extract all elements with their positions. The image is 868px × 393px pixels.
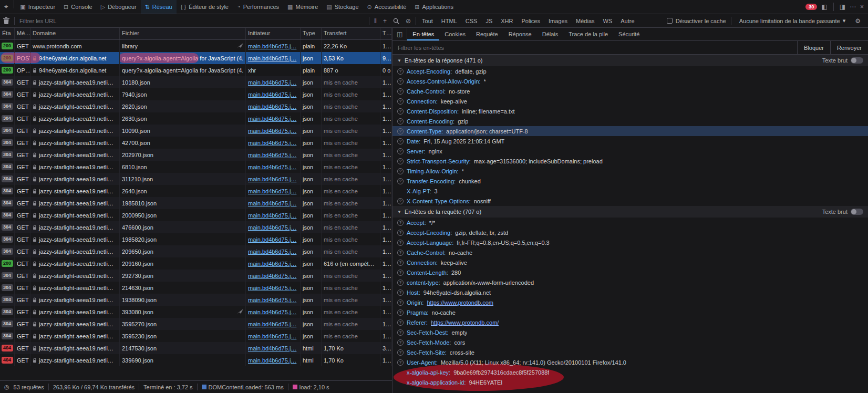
details-tab-2[interactable]: Requête	[471, 28, 503, 40]
header-row[interactable]: ?Sec-Fetch-Sitecross-site	[392, 347, 868, 357]
column-header-7[interactable]: T…	[380, 28, 392, 39]
network-request-row[interactable]: 304GETjazzy-starlight-aeea19.netli…10180…	[0, 76, 392, 88]
network-settings-gear-icon[interactable]: ⚙	[852, 17, 864, 25]
initiator-cell[interactable]: main.bd4b6d75.j…	[246, 161, 301, 173]
header-row[interactable]: ?Access-Control-Allow-Origin*	[392, 76, 868, 86]
help-icon[interactable]: ?	[397, 88, 404, 95]
initiator-cell[interactable]: main.bd4b6d75.j…	[246, 40, 301, 52]
initiator-cell[interactable]: main.bd4b6d75.j…	[246, 270, 301, 282]
initiator-cell[interactable]: main.bd4b6d75.j…	[246, 100, 301, 112]
help-icon[interactable]: ?	[397, 280, 404, 286]
header-row[interactable]: ?Content-Length280	[392, 267, 868, 277]
initiator-cell[interactable]: main.bd4b6d75.j…	[246, 221, 301, 233]
initiator-cell[interactable]: main.bd4b6d75.j…	[246, 294, 301, 306]
disable-cache-checkbox[interactable]	[667, 18, 673, 24]
raw-toggle-switch[interactable]	[851, 57, 863, 64]
pick-element-icon[interactable]: ⌖	[0, 0, 12, 14]
help-icon[interactable]: ?	[397, 349, 404, 356]
initiator-cell[interactable]: main.bd4b6d75.j…	[246, 209, 301, 221]
help-icon[interactable]: ?	[397, 118, 404, 125]
header-row[interactable]: ?X-Content-Type-Optionsnosniff	[392, 196, 868, 206]
performance-analysis-icon[interactable]: ◎	[4, 384, 9, 390]
help-icon[interactable]: ?	[397, 78, 404, 85]
header-row[interactable]: ?Originhttps://www.protondb.com	[392, 297, 868, 307]
help-icon[interactable]: ?	[397, 309, 404, 316]
filter-tab-html[interactable]: HTML	[437, 14, 461, 27]
network-request-row[interactable]: 304GETjazzy-starlight-aeea19.netli…31121…	[0, 173, 392, 185]
meatball-menu-icon[interactable]: ⋯	[850, 3, 856, 11]
header-row[interactable]: ?Pragmano-cache	[392, 307, 868, 317]
header-value[interactable]: https://www.protondb.com	[427, 299, 493, 306]
network-request-row[interactable]: 304GETjazzy-starlight-aeea19.netli…39308…	[0, 306, 392, 318]
header-row[interactable]: ?Timing-Allow-Origin*	[392, 166, 868, 176]
details-tab-1[interactable]: Cookies	[439, 28, 471, 40]
header-row[interactable]: ?Strict-Transport-Securitymax-age=315360…	[392, 156, 868, 166]
help-icon[interactable]: ?	[397, 250, 404, 256]
column-header-6[interactable]: Transfert	[322, 28, 380, 39]
header-row[interactable]: ?Cache-Controlno-store	[392, 86, 868, 96]
request-headers-section[interactable]: ▼ En-têtes de la requête (707 o) Texte b…	[392, 206, 868, 218]
network-request-row[interactable]: 304GETjazzy-starlight-aeea19.netli…2620.…	[0, 100, 392, 112]
network-request-row[interactable]: 304GETjazzy-starlight-aeea19.netli…7940.…	[0, 88, 392, 100]
column-header-5[interactable]: Type	[301, 28, 322, 39]
initiator-cell[interactable]: main.bd4b6d75.j…	[246, 149, 301, 161]
network-request-row[interactable]: 304GETjazzy-starlight-aeea19.netli…10090…	[0, 125, 392, 137]
header-row[interactable]: ?Accept-Languagefr,fr-FR;q=0.8,en-US;q=0…	[392, 237, 868, 247]
initiator-cell[interactable]: main.bd4b6d75.j…	[246, 197, 301, 209]
help-icon[interactable]: ?	[397, 148, 404, 154]
header-row[interactable]: ?Refererhttps://www.protondb.com/	[392, 317, 868, 327]
initiator-cell[interactable]: main.bd4b6d75.j…	[246, 257, 301, 270]
header-row[interactable]: ?Content-Dispositioninline; filename=a.t…	[392, 106, 868, 116]
initiator-cell[interactable]: main.bd4b6d75.j…	[246, 76, 301, 88]
tool-tab-style-editor[interactable]: { }Éditeur de style	[177, 0, 233, 14]
tool-tab-memory[interactable]: ▦Mémoire	[283, 0, 322, 14]
filter-tab-images[interactable]: Images	[544, 14, 572, 27]
initiator-cell[interactable]: main.bd4b6d75.j…	[246, 354, 301, 366]
header-row[interactable]: ?Host94he6yatei-dsn.algolia.net	[392, 287, 868, 297]
column-header-4[interactable]: Initiateur	[246, 28, 301, 39]
initiator-cell[interactable]: main.bd4b6d75.j…	[246, 282, 301, 294]
header-row[interactable]: ?Connectionkeep-alive	[392, 96, 868, 106]
help-icon[interactable]: ?	[397, 158, 404, 164]
network-request-row[interactable]: 304GETjazzy-starlight-aeea19.netli…42700…	[0, 137, 392, 149]
resend-button[interactable]: Renvoyer	[830, 41, 868, 54]
filter-tab-tout[interactable]: Tout	[418, 14, 437, 27]
network-request-row[interactable]: 404GETjazzy-starlight-aeea19.netli…33969…	[0, 354, 392, 366]
network-request-row[interactable]: 304GETjazzy-starlight-aeea19.netli…20965…	[0, 245, 392, 257]
block-url-button[interactable]: Bloquer	[797, 41, 830, 54]
url-filter-input[interactable]	[19, 18, 367, 24]
help-icon[interactable]: ?	[397, 128, 404, 135]
tool-tab-network[interactable]: ⇅Réseau	[141, 0, 177, 14]
help-icon[interactable]: ?	[397, 240, 404, 246]
column-header-1[interactable]: Mé…	[15, 28, 30, 39]
network-request-row[interactable]: 304GETjazzy-starlight-aeea19.netli…20009…	[0, 209, 392, 221]
header-row[interactable]: ?content-typeapplication/x-www-form-urle…	[392, 277, 868, 287]
initiator-cell[interactable]: main.bd4b6d75.j…	[246, 112, 301, 125]
details-tab-6[interactable]: Sécurité	[613, 28, 645, 40]
help-icon[interactable]: ?	[397, 260, 404, 266]
headers-filter-input[interactable]	[398, 45, 797, 51]
initiator-cell[interactable]: main.bd4b6d75.j…	[246, 233, 301, 245]
error-count-badge[interactable]: 30	[805, 4, 817, 10]
pause-traffic-icon[interactable]: ‖	[371, 17, 380, 25]
initiator-cell[interactable]: main.bd4b6d75.j…	[246, 342, 301, 354]
header-row[interactable]: ?Cache-Controlno-cache	[392, 247, 868, 257]
filter-tab-css[interactable]: CSS	[461, 14, 482, 27]
tool-tab-accessibility[interactable]: ⊙Accessibilité	[363, 0, 411, 14]
network-request-row[interactable]: 304GETjazzy-starlight-aeea19.netli…47660…	[0, 221, 392, 233]
help-icon[interactable]: ?	[397, 359, 404, 366]
initiator-cell[interactable]: main.bd4b6d75.j…	[246, 245, 301, 257]
header-row[interactable]: ?Content-Typeapplication/json; charset=U…	[392, 126, 868, 136]
network-request-row[interactable]: 404GETjazzy-starlight-aeea19.netli…21475…	[0, 342, 392, 354]
header-value[interactable]: https://www.protondb.com/	[431, 319, 499, 326]
network-request-row[interactable]: 200OP…94he6yatei-dsn.algolia.netquery?x-…	[0, 64, 392, 76]
help-icon[interactable]: ?	[397, 68, 404, 75]
column-header-2[interactable]: Domaine	[30, 28, 120, 39]
network-request-row[interactable]: 304GETjazzy-starlight-aeea19.netli…6810.…	[0, 161, 392, 173]
network-request-row[interactable]: 304GETjazzy-starlight-aeea19.netli…20297…	[0, 149, 392, 161]
initiator-cell[interactable]: main.bd4b6d75.j…	[246, 185, 301, 197]
column-header-3[interactable]: Fichier	[120, 28, 246, 39]
tool-tab-inspector[interactable]: ▣Inspecteur	[16, 0, 59, 14]
help-icon[interactable]: ?	[397, 270, 404, 276]
header-row[interactable]: ?Servernginx	[392, 146, 868, 156]
